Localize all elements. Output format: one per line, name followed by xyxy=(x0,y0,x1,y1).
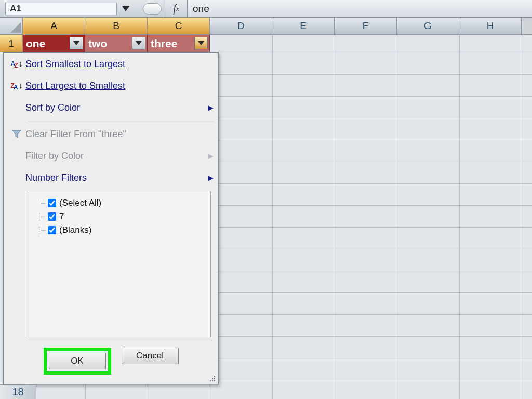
svg-marker-0 xyxy=(122,6,129,11)
number-filters-label: Number Filters xyxy=(25,172,87,183)
svg-point-8 xyxy=(212,380,213,381)
filter-by-color-label: Filter by Color xyxy=(25,151,84,162)
col-header-E[interactable]: E xyxy=(272,18,335,34)
check-select-all-label: (Select All) xyxy=(59,198,101,208)
filter-values-panel: ┈ (Select All) ┊┈ 7 ┊┈ (Blanks) xyxy=(29,192,211,337)
cell-A1-text: one xyxy=(26,37,45,50)
cell-C1-text: three xyxy=(151,37,177,50)
sort-desc[interactable]: ZA↓ Sort Largest to Smallest xyxy=(4,75,218,97)
cell-C1[interactable]: three xyxy=(148,35,210,52)
svg-point-7 xyxy=(210,380,211,381)
cell-B1-text: two xyxy=(88,37,107,50)
filter-by-color: Filter by Color ▶ xyxy=(4,145,218,167)
col-header-B[interactable]: B xyxy=(85,18,148,34)
clear-filter-label: Clear Filter From "three" xyxy=(25,129,126,140)
col-header-G[interactable]: G xyxy=(397,18,459,34)
checkbox-blanks[interactable] xyxy=(48,226,56,234)
checkbox-value-7[interactable] xyxy=(48,212,56,221)
insert-function-oval[interactable] xyxy=(143,3,162,15)
ok-button[interactable]: OK xyxy=(49,353,106,369)
formula-bar: A1 fx one xyxy=(0,0,532,18)
formula-input[interactable]: one xyxy=(188,0,532,17)
filter-dropdown-B[interactable] xyxy=(132,37,145,49)
sort-by-color-label: Sort by Color xyxy=(25,102,80,113)
svg-marker-1 xyxy=(73,41,79,45)
checkbox-select-all[interactable] xyxy=(48,199,56,207)
sort-desc-label: Sort Largest to Smallest xyxy=(25,81,125,91)
svg-marker-3 xyxy=(198,41,204,45)
spreadsheet-grid: A B C D E F G H 1 one two three xyxy=(0,18,532,399)
svg-point-6 xyxy=(214,378,215,379)
check-select-all[interactable]: ┈ (Select All) xyxy=(34,196,205,210)
sort-by-color[interactable]: Sort by Color ▶ xyxy=(4,97,218,118)
check-blanks[interactable]: ┊┈ (Blanks) xyxy=(34,223,205,237)
svg-point-9 xyxy=(214,380,215,381)
row-1: 1 one two three xyxy=(0,35,532,52)
name-box-dropdown-icon[interactable] xyxy=(119,3,132,15)
fx-button[interactable]: fx xyxy=(165,0,188,17)
column-headers: A B C D E F G H xyxy=(0,18,532,35)
select-all-corner[interactable] xyxy=(0,18,23,34)
cancel-button[interactable]: Cancel xyxy=(122,348,179,364)
svg-marker-2 xyxy=(136,41,142,45)
sort-asc-label: Sort Smallest to Largest xyxy=(25,59,125,70)
cell-A1[interactable]: one xyxy=(23,35,85,52)
check-value-7[interactable]: ┊┈ 7 xyxy=(34,210,205,223)
clear-filter: Clear Filter From "three" xyxy=(4,123,218,145)
check-blanks-label: (Blanks) xyxy=(59,225,91,235)
sort-desc-icon: ZA↓ xyxy=(8,81,25,90)
row-header-18[interactable]: 18 xyxy=(0,384,36,399)
col-header-F[interactable]: F xyxy=(335,18,397,34)
name-box[interactable]: A1 xyxy=(5,3,117,15)
col-header-C[interactable]: C xyxy=(148,18,210,34)
submenu-arrow-icon: ▶ xyxy=(203,103,218,112)
clear-filter-icon xyxy=(8,129,25,139)
sort-asc[interactable]: AZ↓ Sort Smallest to Largest xyxy=(4,53,218,75)
cell-B1[interactable]: two xyxy=(85,35,148,52)
ok-highlight: OK xyxy=(44,348,111,375)
fx-sub: x xyxy=(176,5,179,13)
filter-button-row: OK Cancel xyxy=(4,342,218,384)
col-header-D[interactable]: D xyxy=(210,18,272,34)
filter-dropdown-C[interactable] xyxy=(194,37,208,49)
menu-separator xyxy=(29,121,214,121)
col-header-A[interactable]: A xyxy=(23,18,85,34)
svg-point-4 xyxy=(214,376,215,377)
sort-asc-icon: AZ↓ xyxy=(8,59,25,69)
check-value-7-label: 7 xyxy=(59,211,64,222)
resize-grip-icon[interactable] xyxy=(209,375,216,382)
filter-menu: AZ↓ Sort Smallest to Largest ZA↓ Sort La… xyxy=(3,52,219,384)
col-header-H[interactable]: H xyxy=(459,18,522,34)
row1-empty xyxy=(210,35,532,52)
number-filters[interactable]: Number Filters ▶ xyxy=(4,167,218,189)
name-box-wrap: A1 xyxy=(0,0,165,17)
svg-point-5 xyxy=(212,378,213,379)
submenu-arrow-icon: ▶ xyxy=(203,174,218,182)
row-header-1[interactable]: 1 xyxy=(0,35,23,52)
submenu-arrow-icon: ▶ xyxy=(203,152,218,160)
filter-dropdown-A[interactable] xyxy=(70,37,83,49)
